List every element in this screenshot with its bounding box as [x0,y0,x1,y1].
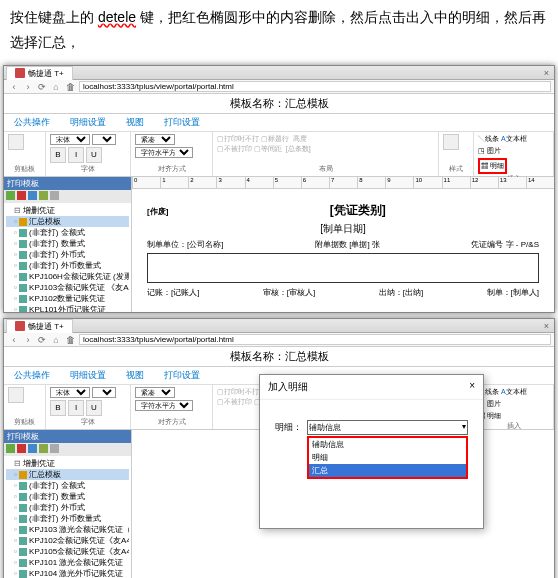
underline-button[interactable]: U [86,400,102,416]
dialog-close-icon[interactable]: × [469,380,475,394]
canvas: 01234567891011121314 [作废][凭证类别] [制单日期] 制… [132,177,554,312]
tree-item[interactable]: KPL101外币记账凭证 [6,304,129,312]
tree-item[interactable]: (非套打) 金额式 [6,227,129,238]
tree-item[interactable]: (非套打) 外币式 [6,502,129,513]
menu-view[interactable]: 视图 [116,114,154,131]
tab-close-icon[interactable]: × [544,321,549,331]
insert-image[interactable]: 图片 [487,147,501,154]
url-bar: ‹ › ⟳ ⌂ 🗑 [4,333,554,347]
insert-detail[interactable]: 明细 [490,162,504,169]
add-detail-dialog: 加入明细× 明细： 辅助信息▾ 辅助信息 明细 汇总 [259,374,484,529]
app-icon [15,68,25,78]
tree-item[interactable]: (非套打) 金额式 [6,480,129,491]
underline-button[interactable]: U [86,147,102,163]
tree-item[interactable]: KPJ102金额记账凭证《友A4三... [6,535,129,546]
reload-icon[interactable]: ⟳ [37,335,47,345]
align-vert-select[interactable]: 字符水平方向 [135,147,193,158]
detail-label: 明细： [275,421,302,434]
menu-print[interactable]: 打印设置 [154,114,210,131]
tool-edit-icon[interactable] [28,191,37,200]
tree-item[interactable]: (非套打) 外币数量式 [6,260,129,271]
url-bar: ‹ › ⟳ ⌂ 🗑 [4,80,554,94]
italic-button[interactable]: I [68,400,84,416]
insert-text[interactable]: 文本框 [506,135,527,142]
forward-icon[interactable]: › [23,82,33,92]
font-name-select[interactable]: 宋体 [50,134,90,145]
tree-item[interactable]: KPJ101 激光金额记账凭证 [6,557,129,568]
menu-public[interactable]: 公共操作 [4,114,60,131]
back-icon[interactable]: ‹ [9,82,19,92]
tree-selected[interactable]: 汇总模板 [6,469,129,480]
paste-button[interactable] [8,387,24,403]
menu-detail[interactable]: 明细设置 [60,367,116,384]
paste-button[interactable] [8,134,24,150]
back-icon[interactable]: ‹ [9,335,19,345]
tool-del-icon[interactable] [17,191,26,200]
dropdown-option[interactable]: 明细 [309,451,466,464]
dropdown-option[interactable]: 辅助信息 [309,438,466,451]
sidebar-toolbar [4,443,131,456]
trash-icon[interactable]: 🗑 [65,335,75,345]
menu-print[interactable]: 打印设置 [154,367,210,384]
font-name-select[interactable]: 宋体 [50,387,90,398]
tool-copy-icon[interactable] [39,444,48,453]
sidebar-title: 打印模板 [4,430,131,443]
align-horiz-select[interactable]: 紧凑 [135,387,175,398]
font-size-select[interactable]: 9 [92,387,116,398]
tool-copy-icon[interactable] [39,191,48,200]
tree-item[interactable]: (非套打) 外币式 [6,249,129,260]
align-vert-select[interactable]: 字符水平方向 [135,400,193,411]
document-preview: [作废][凭证类别] [制单日期] 制单单位：[公司名称] 附单据数 [单据] … [132,189,554,308]
tree-item[interactable]: (非套打) 数量式 [6,238,129,249]
tree-root[interactable]: 增删凭证 [6,205,129,216]
sidebar: 打印模板 增删凭证 汇总模板 (非套打) 金额式 (非套打) 数量式 (非套打)… [4,430,132,578]
tool-more-icon[interactable] [50,191,59,200]
home-icon[interactable]: ⌂ [51,82,61,92]
tool-add-icon[interactable] [6,444,15,453]
dropdown-option-selected[interactable]: 汇总 [309,464,466,477]
url-input[interactable] [79,81,551,92]
bold-button[interactable]: B [50,147,66,163]
bold-button[interactable]: B [50,400,66,416]
tool-add-icon[interactable] [6,191,15,200]
browser-titlebar: 畅捷通 T+ × [4,319,554,333]
trash-icon[interactable]: 🗑 [65,82,75,92]
tree-item[interactable]: (非套打) 数量式 [6,491,129,502]
menu-detail[interactable]: 明细设置 [60,114,116,131]
tree-item[interactable]: KPJ104 激光外币记账凭证 [6,568,129,578]
menu-public[interactable]: 公共操作 [4,367,60,384]
menu-view[interactable]: 视图 [116,367,154,384]
sidebar: 打印模板 增删凭证 汇总模板 (非套打) 金额式 (非套打) 数量式 (非套打)… [4,177,132,312]
tree-root[interactable]: 增删凭证 [6,458,129,469]
tree-item[interactable]: KPJ103金额记账凭证 《友A4三... [6,282,129,293]
tree-item[interactable]: (非套打) 外币数量式 [6,513,129,524]
browser-tab[interactable]: 畅捷通 T+ [6,319,73,333]
tool-more-icon[interactable] [50,444,59,453]
url-input[interactable] [79,334,551,345]
delete-key: detele [98,9,136,25]
browser-tab[interactable]: 畅捷通 T+ [6,66,73,80]
insert-line[interactable]: 线条 [485,135,499,142]
reload-icon[interactable]: ⟳ [37,82,47,92]
tool-del-icon[interactable] [17,444,26,453]
tree-item[interactable]: KPJ105金额记账凭证《友A4整8 [6,546,129,557]
doc-table [147,253,539,283]
style-button[interactable] [443,134,459,150]
italic-button[interactable]: I [68,147,84,163]
detail-select[interactable]: 辅助信息▾ [307,420,468,435]
tree-item[interactable]: KPJ102数量记账凭证 [6,293,129,304]
detail-dropdown-highlight: 辅助信息 明细 汇总 [307,436,468,479]
font-size-select[interactable]: 9 [92,134,116,145]
screenshot-2: 畅捷通 T+ × ‹ › ⟳ ⌂ 🗑 模板名称：汇总模板 公共操作 明细设置 视… [3,318,555,578]
instruction-text: 按住键盘上的 detele 键，把红色椭圆形中的内容删除，然后点击出入中的明细，… [0,0,558,60]
align-horiz-select[interactable]: 紧凑 [135,134,175,145]
forward-icon[interactable]: › [23,335,33,345]
ribbon: 剪贴板 宋体9BIU字体 紧凑字符水平方向对齐方式 ▢打印时不打 ▢标题行 高度… [4,132,554,177]
tree-item[interactable]: KPJ103 激光金额记账凭证（发票 [6,524,129,535]
tree-selected[interactable]: 汇总模板 [6,216,129,227]
doc-title: [凭证类别] [176,202,539,219]
tree-item[interactable]: KPJ106H金额记账凭证 (发票... [6,271,129,282]
tool-edit-icon[interactable] [28,444,37,453]
tab-close-icon[interactable]: × [544,68,549,78]
home-icon[interactable]: ⌂ [51,335,61,345]
